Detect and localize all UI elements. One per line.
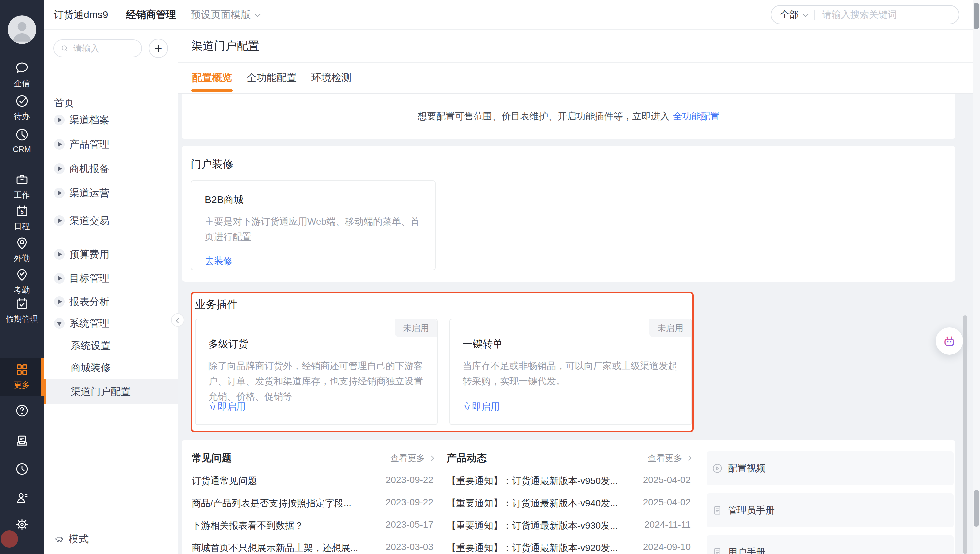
list-item: 【重要通知】：订货通最新版本-v920发... 2024-09-10 <box>447 542 690 554</box>
sidebar-item-report-analysis[interactable]: 报表分析 <box>44 291 178 312</box>
help-button[interactable] <box>0 403 44 418</box>
enable-now-link[interactable]: 立即启用 <box>463 400 500 413</box>
enable-now-link[interactable]: 立即启用 <box>208 400 246 413</box>
news-more-link[interactable]: 查看更多 <box>648 452 690 464</box>
news-item-link[interactable]: 【重要通知】：订货通最新版本-v920发... <box>447 542 618 554</box>
content-scrollbar[interactable] <box>963 315 967 554</box>
tab-full-config[interactable]: 全功能配置 <box>246 63 298 93</box>
info-section: 常见问题 查看更多 订货通常见问题 2023-09-22 商品/产品列表是否支持… <box>182 440 955 554</box>
rail-item-field[interactable]: 外勤 <box>0 235 44 264</box>
sidebar-item-budget[interactable]: 预算费用 <box>44 244 178 265</box>
contacts-button[interactable] <box>0 490 44 505</box>
news-item-date: 2025-04-02 <box>643 497 690 509</box>
rail-item-more[interactable]: 更多 <box>0 362 44 390</box>
page-header: 渠道门户配置 配置概览 全功能配置 环境检测 <box>178 30 980 94</box>
robot-icon <box>941 333 957 349</box>
assistant-button[interactable] <box>935 327 963 355</box>
history-button[interactable] <box>0 461 44 477</box>
chevron-down-icon <box>802 11 808 17</box>
avatar[interactable] <box>8 15 37 44</box>
faq-more-link[interactable]: 查看更多 <box>390 452 433 464</box>
decorate-link[interactable]: 去装修 <box>205 255 233 267</box>
chevron-down-icon <box>255 11 261 17</box>
add-button[interactable]: + <box>149 39 168 58</box>
contacts-icon <box>14 490 30 505</box>
sidebar-item-channel-operation[interactable]: 渠道运营 <box>44 182 178 204</box>
list-item: 商品/产品列表是否支持按照指定字段... 2023-09-22 <box>192 497 433 509</box>
sidebar-item-target-mgmt[interactable]: 目标管理 <box>44 267 178 289</box>
rail-item-todo[interactable]: 待办 <box>0 93 44 122</box>
news-item-date: 2024-11-11 <box>644 519 690 532</box>
sidebar-search <box>53 39 142 57</box>
global-search-input[interactable] <box>822 10 950 20</box>
faq-item-link[interactable]: 商品/产品列表是否支持按照指定字段... <box>192 497 352 509</box>
page-scrollbar[interactable] <box>973 0 980 554</box>
sidebar-subitem-channel-portal-config[interactable]: 渠道门户配置 <box>44 379 178 404</box>
sidebar-item-channel-archives[interactable]: 渠道档案 <box>44 109 178 131</box>
rail-item-schedule[interactable]: 5 日程 <box>0 203 44 232</box>
expand-icon[interactable] <box>54 215 65 226</box>
sidebar-item-opportunity[interactable]: 商机报备 <box>44 158 178 179</box>
expand-icon[interactable] <box>54 273 65 284</box>
news-title: 产品动态 <box>447 451 487 465</box>
faq-item-date: 2023-05-17 <box>386 519 433 532</box>
briefcase-icon <box>14 172 30 187</box>
user-manual-card[interactable]: 用户手册 <box>707 535 954 554</box>
notice-text: 想要配置可售范围、价目表维护、开启功能插件等，立即进入 <box>418 110 670 123</box>
plugin-desc: 当库存不足或非畅销品，可以向厂家或上级渠道发起转采购，实现一键代发。 <box>463 358 678 389</box>
inbox-button[interactable] <box>0 433 44 448</box>
settings-button[interactable] <box>0 517 44 532</box>
sidebar-search-input[interactable] <box>73 43 130 54</box>
list-item: 订货通常见问题 2023-09-22 <box>192 474 433 487</box>
config-video-card[interactable]: 配置视频 <box>707 451 954 486</box>
card-title: B2B商城 <box>205 193 422 207</box>
tab-config-overview[interactable]: 配置概览 <box>191 63 233 93</box>
global-search: 全部 <box>771 5 959 24</box>
sidebar-subitem-system-settings[interactable]: 系统设置 <box>44 335 178 357</box>
business-plugins-section: 业务插件 未启用 多级订货 除了向品牌商订货外，经销商还可管理自己的下游客户、订… <box>191 292 694 432</box>
news-item-link[interactable]: 【重要通知】：订货通最新版本-v950发... <box>447 474 618 487</box>
rail-item-qixin[interactable]: 企信 <box>0 60 44 89</box>
faq-item-date: 2023-03-03 <box>386 542 433 554</box>
tab-env-check[interactable]: 环境检测 <box>311 63 352 93</box>
sidebar-subitem-mall-decoration[interactable]: 商城装修 <box>44 357 178 378</box>
faq-title: 常见问题 <box>192 451 232 465</box>
main-content: 渠道门户配置 配置概览 全功能配置 环境检测 想要配置可售范围、价目表维护、开启… <box>178 30 980 554</box>
news-item-link[interactable]: 【重要通知】：订货通最新版本-v930发... <box>447 519 618 532</box>
sidebar-item-channel-trade[interactable]: 渠道交易 <box>44 210 178 231</box>
search-scope-select[interactable]: 全部 <box>780 8 807 21</box>
expand-icon[interactable] <box>54 139 65 150</box>
admin-manual-card[interactable]: 管理员手册 <box>707 494 954 527</box>
template-menu[interactable]: 预设页面模版 <box>191 8 259 22</box>
expand-icon[interactable] <box>54 115 65 125</box>
expand-icon[interactable] <box>54 249 65 259</box>
search-icon <box>60 44 69 53</box>
status-badge: 未启用 <box>649 319 691 337</box>
sidebar-collapse-handle[interactable] <box>171 313 185 327</box>
scrollbar-thumb[interactable] <box>974 3 979 29</box>
clock-pie-icon <box>14 127 30 142</box>
mode-toggle[interactable]: 模式 <box>54 532 89 546</box>
faq-column: 常见问题 查看更多 订货通常见问题 2023-09-22 商品/产品列表是否支持… <box>192 451 433 554</box>
play-circle-icon <box>711 462 723 474</box>
expand-icon[interactable] <box>54 296 65 307</box>
faq-item-link[interactable]: 订货通常见问题 <box>192 474 257 487</box>
rail-item-leave[interactable]: 假期管理 <box>0 296 44 324</box>
sidebar-item-product-mgmt[interactable]: 产品管理 <box>44 134 178 155</box>
scrollbar-thumb[interactable] <box>974 490 979 527</box>
collapse-icon[interactable] <box>54 318 65 329</box>
full-config-link[interactable]: 全功能配置 <box>673 110 720 123</box>
faq-item-link[interactable]: 商城首页不只想展示新品上架，还想展... <box>192 542 358 554</box>
faq-item-link[interactable]: 下游相关报表看不到数据？ <box>192 519 304 532</box>
check-circle-icon <box>14 93 30 109</box>
expand-icon[interactable] <box>54 163 65 174</box>
news-item-link[interactable]: 【重要通知】：订货通最新版本-v940发... <box>447 497 618 509</box>
list-item: 【重要通知】：订货通最新版本-v950发... 2025-04-02 <box>447 474 690 487</box>
pin-check-icon <box>14 267 30 282</box>
sidebar-item-system-mgmt[interactable]: 系统管理 <box>44 313 178 334</box>
rail-item-attendance[interactable]: 考勤 <box>0 267 44 295</box>
list-item: 【重要通知】：订货通最新版本-v930发... 2024-11-11 <box>447 519 690 532</box>
rail-item-crm[interactable]: CRM <box>0 127 44 154</box>
expand-icon[interactable] <box>54 188 65 198</box>
rail-item-work[interactable]: 工作 <box>0 172 44 201</box>
